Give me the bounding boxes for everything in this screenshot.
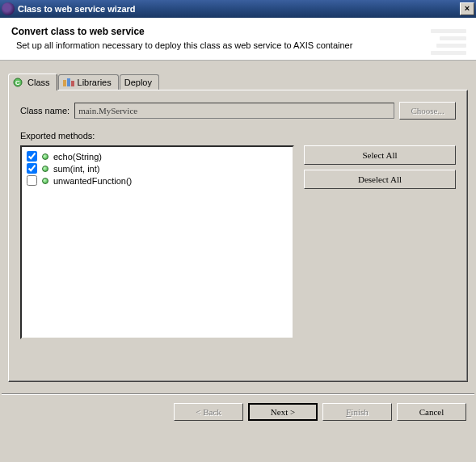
methods-list[interactable]: echo(String) sum(int, int) unwantedFunct… bbox=[20, 145, 294, 339]
page-title: Convert class to web service bbox=[11, 26, 465, 37]
list-item[interactable]: sum(int, int) bbox=[25, 162, 289, 174]
back-button[interactable]: < Back bbox=[174, 403, 243, 421]
tab-panel-class: Class name: Choose... Exported methods: … bbox=[8, 90, 468, 382]
tab-bar: C Class Libraries Deploy bbox=[8, 72, 468, 90]
class-name-field[interactable] bbox=[74, 103, 394, 119]
method-name: echo(String) bbox=[53, 152, 102, 162]
next-button[interactable]: Next > bbox=[248, 403, 318, 421]
header-decoration bbox=[431, 29, 466, 58]
tab-label: Class bbox=[27, 78, 50, 87]
deselect-all-button[interactable]: Deselect All bbox=[304, 170, 456, 189]
method-name: sum(int, int) bbox=[53, 164, 99, 174]
list-item[interactable]: echo(String) bbox=[25, 150, 289, 162]
select-all-button[interactable]: Select All bbox=[304, 145, 456, 165]
method-checkbox[interactable] bbox=[27, 151, 37, 162]
method-public-icon bbox=[42, 178, 48, 184]
choose-button[interactable]: Choose... bbox=[399, 102, 456, 120]
method-public-icon bbox=[42, 166, 48, 172]
tab-class[interactable]: C Class bbox=[8, 74, 57, 90]
titlebar: Class to web service wizard × bbox=[0, 0, 476, 18]
tab-libraries[interactable]: Libraries bbox=[58, 74, 119, 90]
libraries-icon bbox=[63, 78, 74, 87]
class-icon: C bbox=[13, 78, 24, 87]
svg-rect-3 bbox=[67, 78, 70, 86]
wizard-header: Convert class to web service Set up all … bbox=[0, 18, 476, 61]
eclipse-icon bbox=[2, 2, 15, 15]
svg-text:C: C bbox=[15, 79, 20, 86]
wizard-footer: < Back Next > Finish Cancel bbox=[0, 395, 476, 429]
window-title: Class to web service wizard bbox=[18, 4, 460, 14]
svg-rect-4 bbox=[71, 81, 74, 86]
cancel-button[interactable]: Cancel bbox=[397, 403, 466, 421]
method-name: unwantedFunction() bbox=[53, 176, 132, 186]
tab-label: Deploy bbox=[124, 78, 152, 87]
finish-button[interactable]: Finish bbox=[322, 403, 392, 421]
tab-label: Libraries bbox=[78, 78, 112, 87]
list-item[interactable]: unwantedFunction() bbox=[25, 174, 289, 187]
close-button[interactable]: × bbox=[460, 2, 474, 15]
page-description: Set up all information necessary to depl… bbox=[11, 40, 465, 50]
exported-methods-label: Exported methods: bbox=[20, 131, 456, 141]
class-name-label: Class name: bbox=[20, 106, 70, 116]
method-checkbox[interactable] bbox=[27, 163, 37, 174]
tab-deploy[interactable]: Deploy bbox=[120, 74, 159, 90]
method-public-icon bbox=[42, 153, 48, 160]
content-area: C Class Libraries Deploy Class name: Cho… bbox=[0, 61, 476, 388]
svg-rect-2 bbox=[63, 80, 66, 86]
method-checkbox[interactable] bbox=[27, 175, 37, 186]
